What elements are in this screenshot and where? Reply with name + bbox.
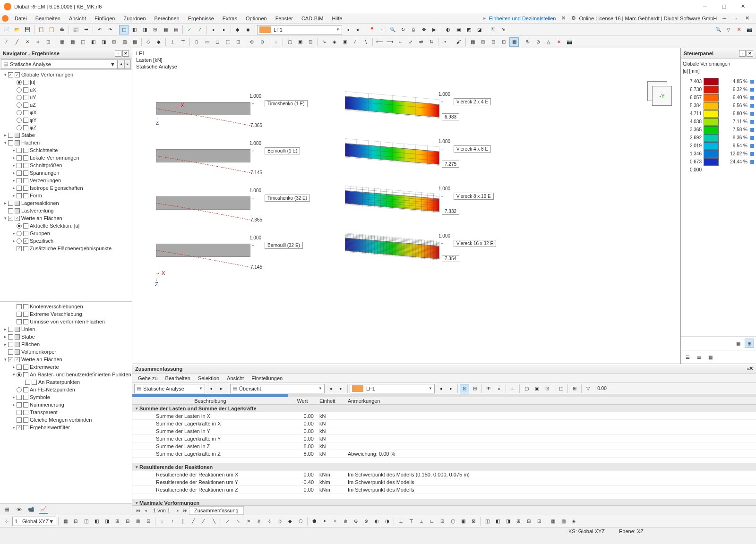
lefttab-2[interactable]: 👁: [14, 505, 24, 514]
tree-check2[interactable]: [15, 201, 20, 206]
menu-fenster[interactable]: Fenster: [271, 15, 297, 22]
open-icon[interactable]: 📂: [12, 25, 22, 34]
menu-ergebnisse[interactable]: Ergebnisse: [184, 15, 218, 22]
t2-28-icon[interactable]: ⊡: [306, 37, 315, 47]
summary-menu-selektion[interactable]: Selektion: [194, 374, 223, 382]
t2-49-icon[interactable]: △: [544, 37, 553, 47]
bt-21-icon[interactable]: ◆: [285, 517, 295, 526]
wire-icon[interactable]: ▣: [454, 25, 463, 34]
table-row[interactable]: Summe der Lagerkräfte in Y0.00kN: [132, 435, 756, 442]
home-icon[interactable]: ⌂: [378, 25, 387, 34]
tree-check2[interactable]: [23, 231, 28, 236]
bt-26-icon[interactable]: ⊕: [341, 517, 350, 526]
tree-check1[interactable]: [8, 133, 13, 138]
t2-15-icon[interactable]: ◆: [154, 37, 163, 47]
bt-31-icon[interactable]: ⊥: [396, 517, 405, 526]
tab-first[interactable]: ⏮: [134, 507, 142, 514]
tree-check1[interactable]: [8, 334, 13, 340]
t2-9-icon[interactable]: ◧: [88, 37, 98, 47]
t2-31-icon[interactable]: ▣: [340, 37, 350, 47]
tree-expand[interactable]: ▸: [11, 186, 17, 190]
table-group[interactable]: ▾ Maximale Verformungen: [132, 499, 756, 505]
nav-cube[interactable]: -Y: [643, 76, 676, 105]
t2-50-icon[interactable]: ✕: [554, 37, 564, 47]
bt-4-icon[interactable]: ◨: [102, 517, 112, 526]
tree-expand[interactable]: ▸: [3, 327, 8, 332]
summary-prev3[interactable]: ◂: [436, 384, 445, 393]
bt-axis-icon[interactable]: ⊹: [2, 517, 11, 526]
tree-check2[interactable]: [23, 312, 28, 317]
bt-25-icon[interactable]: ✧: [330, 517, 340, 526]
tree-check1[interactable]: [8, 201, 13, 206]
cam-icon[interactable]: ⎙: [409, 25, 418, 34]
t2-1-icon[interactable]: ∕: [2, 37, 11, 47]
summary-close-button[interactable]: ✕: [749, 366, 753, 372]
st-12[interactable]: 0.00: [597, 384, 607, 393]
module2-icon[interactable]: ◆: [243, 25, 253, 34]
tree-check1[interactable]: [17, 178, 22, 183]
tree-radio[interactable]: [17, 125, 22, 130]
tree-check2[interactable]: [23, 304, 28, 309]
st-1[interactable]: ⊡: [460, 384, 469, 393]
tree-radio[interactable]: [17, 372, 22, 377]
vis2-icon[interactable]: ◪: [474, 25, 484, 34]
tree-expand[interactable]: ▸: [3, 201, 8, 205]
bt-45-icon[interactable]: ▦: [548, 517, 558, 526]
tree-radio[interactable]: [17, 87, 22, 93]
menu-ansicht[interactable]: Ansicht: [65, 15, 90, 22]
tree-check2[interactable]: [23, 118, 28, 123]
st-11[interactable]: ▽: [584, 384, 593, 393]
t2-26-icon[interactable]: ▢: [285, 37, 294, 47]
panel-restore-button[interactable]: ▫: [739, 50, 746, 57]
tree-radio[interactable]: [17, 110, 22, 115]
tree-item[interactable]: ▸Ergebniswertfilter: [0, 424, 132, 431]
t2-27-icon[interactable]: ▣: [295, 37, 305, 47]
tree-item[interactable]: ▸Spezifisch: [0, 237, 132, 245]
bt-23-icon[interactable]: ⬢: [309, 517, 319, 526]
tree-check2[interactable]: [15, 208, 20, 213]
rot-icon[interactable]: ↻: [398, 25, 408, 34]
tree-expand[interactable]: ▸: [11, 395, 17, 400]
checkall-icon[interactable]: ✓: [195, 25, 205, 34]
tree-check2[interactable]: [23, 186, 28, 191]
bt-38-icon[interactable]: ⊠: [469, 517, 478, 526]
tree-item[interactable]: An Rasterpunkten: [0, 378, 132, 386]
summary-next2[interactable]: ▸: [336, 384, 345, 393]
new-icon[interactable]: 📄: [2, 25, 11, 34]
t2-32-icon[interactable]: ∕: [351, 37, 360, 47]
tree-check2[interactable]: [15, 342, 20, 347]
menu-datei[interactable]: Datei: [10, 15, 31, 22]
t2-19-icon[interactable]: ▭: [202, 37, 212, 47]
tree-check2[interactable]: [23, 125, 28, 130]
tree-radio[interactable]: [17, 238, 22, 244]
t2-41-icon[interactable]: 🖌: [454, 37, 464, 47]
tree-expand[interactable]: ▸: [11, 178, 17, 183]
tree-check1[interactable]: [8, 357, 13, 362]
units-link[interactable]: Einheiten und Dezimalstellen: [489, 16, 556, 21]
t2-45-icon[interactable]: ⊡: [499, 37, 508, 47]
tab-next[interactable]: ▸: [174, 507, 181, 514]
tab-prev[interactable]: ◂: [142, 507, 149, 514]
scale-icon[interactable]: ⇱: [488, 25, 498, 34]
tree-radio[interactable]: [17, 80, 22, 85]
table-row[interactable]: Resultierende der Reaktionen um Y-0.40kN…: [132, 478, 756, 486]
tree-item[interactable]: ▾Flächen: [0, 139, 132, 146]
panel-tab1[interactable]: ☰: [683, 352, 692, 362]
table-group[interactable]: ▾ Summe der Lasten und Summe der Lagerkr…: [132, 405, 756, 412]
tree-check2[interactable]: [23, 148, 28, 153]
summary-next3[interactable]: ▸: [446, 384, 455, 393]
summary-table[interactable]: BeschreibungWertEinheitAnmerkungen▾ Summ…: [132, 397, 756, 505]
bt-10-icon[interactable]: ↑: [168, 517, 177, 526]
bt-13-icon[interactable]: ∕: [199, 517, 208, 526]
bt-35-icon[interactable]: ⊡: [438, 517, 447, 526]
cam2-icon[interactable]: 📷: [745, 25, 754, 34]
tree-expand[interactable]: ▸: [11, 193, 17, 198]
bt-12-icon[interactable]: ╱: [189, 517, 198, 526]
tree-item[interactable]: ▸Stäbe: [0, 131, 132, 139]
t2-34-icon[interactable]: ⟵: [375, 37, 384, 47]
bt-14-icon[interactable]: ╲: [209, 517, 219, 526]
tree-check2[interactable]: [23, 223, 28, 229]
summary-menu-bearbeiten[interactable]: Bearbeiten: [162, 374, 194, 382]
bt-43-icon[interactable]: ⊟: [524, 517, 533, 526]
st-5[interactable]: ⊥: [508, 384, 517, 393]
